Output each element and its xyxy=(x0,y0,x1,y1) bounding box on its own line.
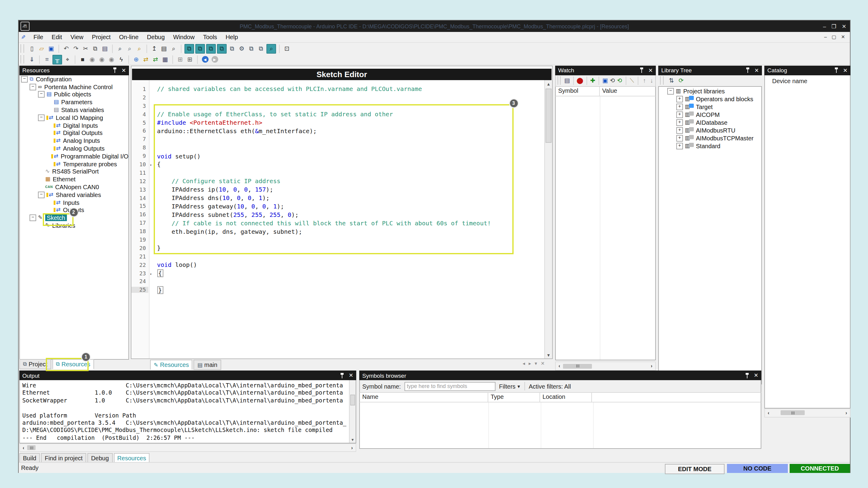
code-line-16[interactable]: 16 IPAddress subnet(255, 255, 255, 0); xyxy=(131,210,544,219)
navigate-forward-icon[interactable]: ▶ xyxy=(210,55,219,64)
collapse-icon[interactable]: − xyxy=(38,192,44,198)
tab-list-icon[interactable]: ▾ xyxy=(535,361,537,366)
menu-on-line[interactable]: On-line xyxy=(115,34,143,40)
toggle-text-window-icon[interactable]: ⧉ xyxy=(257,44,265,53)
scroll-down-icon[interactable]: ▼ xyxy=(545,351,552,358)
grid-insert-icon[interactable]: ⊞ xyxy=(176,55,184,64)
left-panel-tab-resources[interactable]: ⧉Resources xyxy=(52,359,94,369)
code-line-14[interactable]: 14 IPAddress dns(10, 0, 0, 1); xyxy=(131,194,544,202)
editor-tab-resources[interactable]: ✎Resources xyxy=(150,360,193,370)
code-line-25[interactable]: 25} xyxy=(131,286,544,294)
menu-edit[interactable]: Edit xyxy=(47,34,66,40)
toggle-properties-window-icon[interactable]: ⚙ xyxy=(238,44,246,53)
code-line-8[interactable]: 8 xyxy=(131,143,544,152)
output-tab-find-in-project[interactable]: Find in project xyxy=(41,453,87,463)
fold-icon[interactable]: ▾ xyxy=(150,271,152,275)
tree-item-temperature-probes[interactable]: ⇄Temperature probes xyxy=(20,160,128,168)
toggle-oscilloscope-window-icon[interactable]: ⧉ xyxy=(228,44,236,53)
close-icon[interactable]: ✕ xyxy=(842,23,846,29)
close-icon[interactable]: ✕ xyxy=(349,372,353,378)
code-line-22[interactable]: 22void loop() xyxy=(131,261,544,269)
toggle-library-window-icon[interactable]: ⧉ xyxy=(206,44,216,53)
tree-item-rs485-serialport[interactable]: ∿RS485 SerialPort xyxy=(20,168,128,175)
scroll-left-icon[interactable]: ‹ xyxy=(765,410,772,415)
mdi-close-icon[interactable]: ✕ xyxy=(841,34,845,40)
tree-item-configuration[interactable]: −⧉Configuration xyxy=(20,75,128,83)
code-line-21[interactable]: 21 xyxy=(131,253,544,261)
online-values-icon[interactable]: ⊕ xyxy=(132,55,141,64)
tree-item-analog-outputs[interactable]: ⇄Analog Outputs xyxy=(20,144,128,153)
toggle-find-results-window-icon[interactable]: ⌕ xyxy=(267,44,276,53)
tree-item-shared-variables[interactable]: −⇄Shared variables xyxy=(20,191,128,199)
code-line-20[interactable]: 20} xyxy=(131,244,544,253)
menu-help[interactable]: Help xyxy=(221,34,242,40)
collapse-icon[interactable]: − xyxy=(21,76,28,83)
library-refresh-icon[interactable]: ⟳ xyxy=(677,76,685,85)
redo-icon[interactable]: ↷ xyxy=(72,44,80,53)
code-line-3[interactable]: 3 xyxy=(131,102,544,110)
catalog-hscrollbar[interactable]: ‹ › xyxy=(764,408,850,417)
simulation-icon[interactable]: ⌖ xyxy=(63,55,72,64)
pin-icon[interactable] xyxy=(745,372,749,378)
code-line-23[interactable]: 23▾{ xyxy=(131,269,544,278)
scroll-left-icon[interactable]: ‹ xyxy=(20,445,27,450)
code-line-11[interactable]: 11 xyxy=(131,169,544,177)
debug-target-2-icon[interactable]: ◉ xyxy=(98,55,106,64)
tree-item-local-io-mapping[interactable]: −⇄Local IO Mapping xyxy=(20,114,128,122)
expand-icon[interactable]: + xyxy=(676,103,683,110)
watch-column-value[interactable]: Value xyxy=(600,87,655,96)
code-line-7[interactable]: 7 xyxy=(131,135,544,144)
code-line-18[interactable]: 18 eth.begin(ip, dns, gateway, subnet); xyxy=(131,227,544,235)
code-line-15[interactable]: 15 IPAddress gateway(10, 0, 0, 1); xyxy=(131,202,544,210)
tree-item-aimodbusrtu[interactable]: +▥AIModbusRTU xyxy=(659,126,761,134)
fullscreen-icon[interactable]: ⊡ xyxy=(283,44,291,53)
toggle-project-window-icon[interactable]: ⧉ xyxy=(184,44,194,53)
menu-window[interactable]: Window xyxy=(169,34,199,40)
scroll-down-icon[interactable]: ▼ xyxy=(350,437,355,443)
scroll-right-icon[interactable]: › xyxy=(348,445,355,450)
symbol-search-input[interactable] xyxy=(404,382,495,391)
tree-item-portenta-machine-control[interactable]: −∞Portenta Machine Control xyxy=(20,83,128,91)
tree-item-canopen-can0[interactable]: CANCANopen CAN0 xyxy=(20,183,128,191)
expand-icon[interactable]: + xyxy=(676,96,683,102)
cut-icon[interactable]: ✂ xyxy=(82,44,90,53)
debug-target-3-icon[interactable]: ◉ xyxy=(107,55,116,64)
tree-item-status-variables[interactable]: ▤Status variables xyxy=(20,106,128,114)
scroll-tabs-left-icon[interactable]: ◂ xyxy=(523,361,525,366)
device-connection-settings-icon[interactable]: ⌗ xyxy=(43,55,51,64)
code-line-4[interactable]: 4// Enable usage of EtherClass, to set s… xyxy=(131,110,544,119)
watch-grid-icon[interactable]: ▤ xyxy=(564,76,570,85)
print-icon[interactable]: ▤ xyxy=(160,44,168,53)
paste-icon[interactable]: ▤ xyxy=(101,44,109,53)
pin-icon[interactable] xyxy=(113,67,117,73)
left-panel-tab-project[interactable]: ⧉Project xyxy=(19,359,51,369)
tree-item-digital-inputs[interactable]: ⇄Digital Inputs xyxy=(20,122,128,130)
collapse-icon[interactable]: − xyxy=(30,84,36,90)
diff-source-icon[interactable]: ⇄ xyxy=(151,55,160,64)
debug-target-1-icon[interactable]: ◉ xyxy=(88,55,96,64)
toggle-cross-reference-window-icon[interactable]: ⧉ xyxy=(247,44,255,53)
find-in-project-icon[interactable]: ⌕ xyxy=(135,44,144,53)
scrollbar-thumb[interactable] xyxy=(27,445,36,450)
close-icon[interactable]: ✕ xyxy=(754,67,759,73)
tree-item-aimodbustcpmaster[interactable]: +▥AIModbusTCPMaster xyxy=(659,134,761,142)
code-line-9[interactable]: 9void setup() xyxy=(131,152,544,160)
watch-move-down-icon[interactable]: ↓ xyxy=(649,76,655,85)
scroll-right-icon[interactable]: › xyxy=(843,410,850,415)
toggle-watch-window-icon[interactable]: ⧉ xyxy=(217,44,227,53)
expand-icon[interactable]: + xyxy=(676,127,683,133)
code-line-19[interactable]: 19 xyxy=(131,235,544,244)
editor-vscrollbar[interactable]: ▲ ▼ xyxy=(544,80,552,358)
tree-item-public-objects[interactable]: −▤Public objects xyxy=(20,91,128,98)
watch-load-list-icon[interactable]: ⟲ xyxy=(610,76,615,85)
scrollbar-thumb[interactable] xyxy=(546,89,552,143)
tree-item-analog-inputs[interactable]: ⇄Analog Inputs xyxy=(20,137,128,145)
restore-icon[interactable]: ❐ xyxy=(832,23,836,29)
watch-append-list-icon[interactable]: ⟲ xyxy=(617,76,623,85)
halt-icon[interactable]: ■ xyxy=(79,55,87,64)
tree-item-inputs[interactable]: ⇄Inputs xyxy=(20,199,128,207)
new-project-icon[interactable]: ▯ xyxy=(28,44,36,53)
scroll-right-icon[interactable]: › xyxy=(648,363,655,369)
scrollbar-thumb[interactable] xyxy=(781,410,805,415)
watch-lock-icon[interactable]: ⬤ xyxy=(577,76,583,85)
